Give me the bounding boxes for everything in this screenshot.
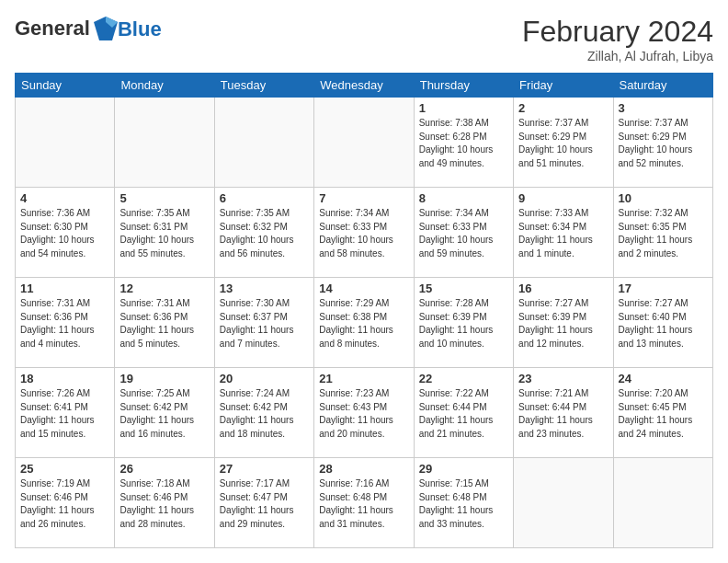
day-info: Sunrise: 7:33 AM Sunset: 6:34 PM Dayligh…: [518, 207, 608, 260]
day-number: 2: [518, 101, 608, 115]
calendar-week-row: 1Sunrise: 7:38 AM Sunset: 6:28 PM Daylig…: [16, 98, 713, 188]
day-info: Sunrise: 7:27 AM Sunset: 6:39 PM Dayligh…: [518, 297, 608, 350]
day-number: 15: [419, 282, 508, 295]
day-number: 11: [20, 282, 109, 295]
day-info: Sunrise: 7:37 AM Sunset: 6:29 PM Dayligh…: [619, 117, 708, 170]
logo-blue: Blue: [118, 17, 162, 41]
day-info: Sunrise: 7:31 AM Sunset: 6:36 PM Dayligh…: [119, 297, 209, 350]
page: General Blue February 2024 Zillah, Al Ju…: [0, 0, 728, 563]
day-info: Sunrise: 7:34 AM Sunset: 6:33 PM Dayligh…: [319, 207, 408, 260]
day-info: Sunrise: 7:36 AM Sunset: 6:30 PM Dayligh…: [20, 207, 109, 260]
day-number: 17: [619, 282, 708, 295]
day-info: Sunrise: 7:15 AM Sunset: 6:48 PM Dayligh…: [419, 477, 508, 531]
table-row: 8Sunrise: 7:34 AM Sunset: 6:33 PM Daylig…: [414, 188, 513, 278]
table-row: 7Sunrise: 7:34 AM Sunset: 6:33 PM Daylig…: [314, 188, 414, 278]
day-number: 1: [419, 101, 508, 115]
day-number: 6: [220, 191, 309, 205]
day-info: Sunrise: 7:32 AM Sunset: 6:35 PM Dayligh…: [619, 207, 708, 260]
location: Zillah, Al Jufrah, Libya: [522, 49, 713, 63]
table-row: 23Sunrise: 7:21 AM Sunset: 6:44 PM Dayli…: [514, 368, 613, 458]
table-row: 22Sunrise: 7:22 AM Sunset: 6:44 PM Dayli…: [414, 368, 513, 458]
day-number: 18: [20, 372, 109, 385]
day-info: Sunrise: 7:16 AM Sunset: 6:48 PM Dayligh…: [319, 477, 408, 531]
table-row: 24Sunrise: 7:20 AM Sunset: 6:45 PM Dayli…: [613, 368, 712, 458]
day-info: Sunrise: 7:30 AM Sunset: 6:37 PM Dayligh…: [220, 297, 309, 350]
table-row: [16, 98, 115, 188]
col-wednesday: Wednesday: [314, 74, 414, 98]
day-info: Sunrise: 7:34 AM Sunset: 6:33 PM Dayligh…: [419, 207, 508, 260]
day-info: Sunrise: 7:24 AM Sunset: 6:42 PM Dayligh…: [220, 387, 309, 441]
day-number: 29: [419, 462, 508, 476]
day-info: Sunrise: 7:37 AM Sunset: 6:29 PM Dayligh…: [518, 117, 608, 170]
day-number: 25: [20, 462, 109, 476]
title-block: February 2024 Zillah, Al Jufrah, Libya: [522, 15, 713, 63]
day-info: Sunrise: 7:35 AM Sunset: 6:32 PM Dayligh…: [220, 207, 309, 260]
table-row: 28Sunrise: 7:16 AM Sunset: 6:48 PM Dayli…: [314, 458, 414, 548]
table-row: 18Sunrise: 7:26 AM Sunset: 6:41 PM Dayli…: [16, 368, 115, 458]
table-row: 13Sunrise: 7:30 AM Sunset: 6:37 PM Dayli…: [214, 278, 313, 368]
table-row: [514, 458, 613, 548]
calendar-week-row: 18Sunrise: 7:26 AM Sunset: 6:41 PM Dayli…: [16, 368, 713, 458]
table-row: [314, 98, 414, 188]
day-number: 3: [619, 101, 708, 115]
day-number: 7: [319, 191, 408, 205]
table-row: 16Sunrise: 7:27 AM Sunset: 6:39 PM Dayli…: [514, 278, 613, 368]
table-row: 25Sunrise: 7:19 AM Sunset: 6:46 PM Dayli…: [16, 458, 115, 548]
day-number: 10: [619, 191, 708, 205]
table-row: 19Sunrise: 7:25 AM Sunset: 6:42 PM Dayli…: [115, 368, 214, 458]
col-saturday: Saturday: [613, 74, 712, 98]
calendar-week-row: 11Sunrise: 7:31 AM Sunset: 6:36 PM Dayli…: [16, 278, 713, 368]
day-info: Sunrise: 7:38 AM Sunset: 6:28 PM Dayligh…: [419, 117, 508, 170]
day-info: Sunrise: 7:21 AM Sunset: 6:44 PM Dayligh…: [518, 387, 608, 441]
table-row: 15Sunrise: 7:28 AM Sunset: 6:39 PM Dayli…: [414, 278, 513, 368]
calendar-week-row: 25Sunrise: 7:19 AM Sunset: 6:46 PM Dayli…: [16, 458, 713, 548]
day-number: 19: [119, 372, 209, 385]
table-row: 20Sunrise: 7:24 AM Sunset: 6:42 PM Dayli…: [214, 368, 313, 458]
day-info: Sunrise: 7:20 AM Sunset: 6:45 PM Dayligh…: [619, 387, 708, 441]
table-row: 14Sunrise: 7:29 AM Sunset: 6:38 PM Dayli…: [314, 278, 414, 368]
day-number: 13: [220, 282, 309, 295]
table-row: [214, 98, 313, 188]
col-friday: Friday: [514, 74, 613, 98]
col-thursday: Thursday: [414, 74, 513, 98]
day-info: Sunrise: 7:35 AM Sunset: 6:31 PM Dayligh…: [119, 207, 209, 260]
day-info: Sunrise: 7:25 AM Sunset: 6:42 PM Dayligh…: [119, 387, 209, 441]
day-number: 22: [419, 372, 508, 385]
day-number: 4: [20, 191, 109, 205]
day-number: 24: [619, 372, 708, 385]
col-sunday: Sunday: [16, 74, 115, 98]
calendar-header-row: Sunday Monday Tuesday Wednesday Thursday…: [16, 74, 713, 98]
header: General Blue February 2024 Zillah, Al Ju…: [15, 15, 713, 63]
table-row: 26Sunrise: 7:18 AM Sunset: 6:46 PM Dayli…: [115, 458, 214, 548]
day-number: 28: [319, 462, 408, 476]
logo-general: General: [15, 17, 90, 40]
day-number: 14: [319, 282, 408, 295]
table-row: 4Sunrise: 7:36 AM Sunset: 6:30 PM Daylig…: [16, 188, 115, 278]
table-row: 3Sunrise: 7:37 AM Sunset: 6:29 PM Daylig…: [613, 98, 712, 188]
logo-icon: [92, 15, 119, 42]
table-row: 5Sunrise: 7:35 AM Sunset: 6:31 PM Daylig…: [115, 188, 214, 278]
table-row: 1Sunrise: 7:38 AM Sunset: 6:28 PM Daylig…: [414, 98, 513, 188]
day-info: Sunrise: 7:22 AM Sunset: 6:44 PM Dayligh…: [419, 387, 508, 441]
table-row: 10Sunrise: 7:32 AM Sunset: 6:35 PM Dayli…: [613, 188, 712, 278]
day-info: Sunrise: 7:31 AM Sunset: 6:36 PM Dayligh…: [20, 297, 109, 350]
day-info: Sunrise: 7:23 AM Sunset: 6:43 PM Dayligh…: [319, 387, 408, 441]
table-row: 2Sunrise: 7:37 AM Sunset: 6:29 PM Daylig…: [514, 98, 613, 188]
day-info: Sunrise: 7:27 AM Sunset: 6:40 PM Dayligh…: [619, 297, 708, 350]
calendar-week-row: 4Sunrise: 7:36 AM Sunset: 6:30 PM Daylig…: [16, 188, 713, 278]
day-number: 8: [419, 191, 508, 205]
table-row: 12Sunrise: 7:31 AM Sunset: 6:36 PM Dayli…: [115, 278, 214, 368]
day-number: 16: [518, 282, 608, 295]
calendar-table: Sunday Monday Tuesday Wednesday Thursday…: [15, 73, 713, 548]
col-tuesday: Tuesday: [214, 74, 313, 98]
day-number: 20: [220, 372, 309, 385]
col-monday: Monday: [115, 74, 214, 98]
day-number: 26: [119, 462, 209, 476]
table-row: [115, 98, 214, 188]
table-row: 21Sunrise: 7:23 AM Sunset: 6:43 PM Dayli…: [314, 368, 414, 458]
day-number: 5: [119, 191, 209, 205]
table-row: 9Sunrise: 7:33 AM Sunset: 6:34 PM Daylig…: [514, 188, 613, 278]
day-info: Sunrise: 7:28 AM Sunset: 6:39 PM Dayligh…: [419, 297, 508, 350]
table-row: 6Sunrise: 7:35 AM Sunset: 6:32 PM Daylig…: [214, 188, 313, 278]
day-info: Sunrise: 7:29 AM Sunset: 6:38 PM Dayligh…: [319, 297, 408, 350]
